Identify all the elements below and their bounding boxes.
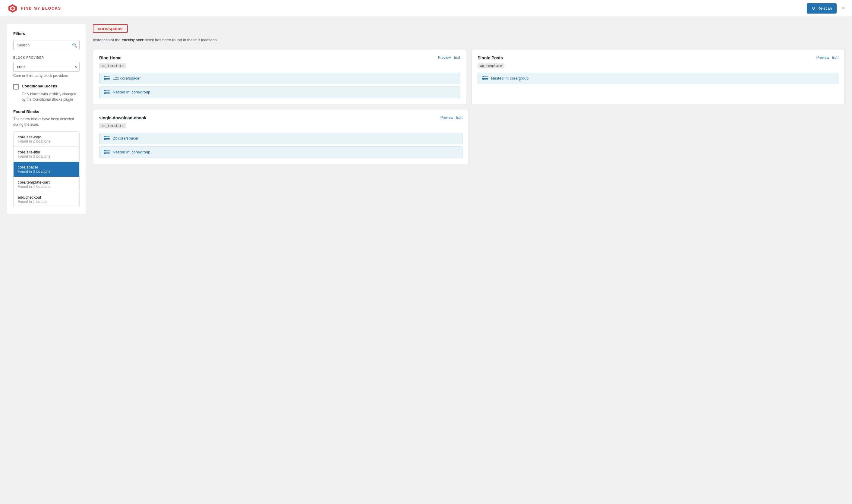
clear-provider-button[interactable]: × (74, 65, 77, 69)
block-result-text: Nested in: core/group (113, 90, 150, 94)
menu-icon[interactable]: ≡ (841, 5, 845, 12)
conditional-blocks-hint: Only blocks with visibility changed by t… (22, 91, 79, 102)
desc-prefix: Instances of the (93, 38, 121, 42)
block-list-item[interactable]: core/site-logo Found in 2 locations (14, 132, 79, 147)
block-item-name: core/site-title (18, 150, 75, 154)
block-list-item[interactable]: core/spacer Found in 3 locations (14, 162, 79, 177)
provider-input-wrap: × (13, 62, 79, 72)
svg-rect-20 (483, 78, 484, 79)
block-result-text: 12x core/spacer (113, 76, 141, 80)
svg-rect-7 (104, 76, 106, 77)
provider-hint: Core or third-party block providers (13, 74, 79, 78)
location-badge: wp_template (477, 63, 504, 68)
location-name: Single Posts (477, 55, 503, 60)
found-blocks-hint: The below blocks have been detected duri… (13, 116, 79, 127)
location-card-header: Blog Home Preview Edit (99, 55, 460, 60)
location-name: single-download-ebook (99, 115, 146, 120)
location-actions: Preview Edit (440, 115, 463, 120)
location-card-bottom: single-download-ebook Preview Edit wp_te… (93, 109, 469, 164)
block-result-icon (104, 150, 110, 155)
svg-rect-14 (104, 92, 106, 92)
block-title-badge: core/spacer (93, 24, 128, 33)
edit-link[interactable]: Edit (832, 55, 838, 60)
location-card: Blog Home Preview Edit wp_template 12x c (93, 49, 466, 104)
svg-rect-26 (104, 138, 106, 139)
filters-title: Filters (13, 31, 79, 36)
location-name: Blog Home (99, 55, 122, 60)
block-item-count: Found in 3 locations (18, 154, 75, 159)
app-title: FIND MY BLOCKS (21, 6, 61, 11)
conditional-blocks-checkbox[interactable] (13, 84, 19, 90)
block-item-count: Found in 1 location (18, 200, 75, 204)
block-item-name: edd/checkout (18, 195, 75, 200)
svg-rect-31 (104, 150, 106, 151)
search-icon: 🔍 (72, 43, 77, 48)
block-result-text: Nested in: core/group (113, 150, 150, 154)
block-item-count: Found in 2 locations (18, 139, 75, 143)
location-blocks: Nested in: core/group (477, 73, 838, 84)
provider-input[interactable] (13, 62, 79, 72)
logo-area: FIND MY BLOCKS (7, 3, 61, 14)
edit-link[interactable]: Edit (456, 115, 463, 120)
block-item-count: Found in 4 locations (18, 184, 75, 189)
desc-block: core/spacer (122, 38, 144, 42)
main-content: core/spacer Instances of the core/spacer… (93, 24, 845, 497)
search-wrapper: 🔍 (13, 40, 79, 50)
block-list-item[interactable]: core/template-part Found in 4 locations (14, 177, 79, 192)
svg-rect-25 (104, 136, 106, 137)
svg-rect-19 (483, 76, 484, 77)
block-result-item: Nested in: core/group (477, 73, 838, 84)
edit-link[interactable]: Edit (454, 55, 460, 60)
logo-icon (7, 3, 18, 14)
location-blocks: 12x core/spacer Nested in: core/group (99, 73, 460, 98)
location-card-header: single-download-ebook Preview Edit (99, 115, 463, 120)
block-list: core/site-logo Found in 2 locations core… (13, 131, 79, 207)
app-body: Filters 🔍 BLOCK PROVIDER × Core or third… (0, 17, 852, 504)
svg-rect-13 (104, 90, 106, 91)
sidebar: Filters 🔍 BLOCK PROVIDER × Core or third… (7, 24, 86, 214)
block-item-name: core/spacer (18, 165, 75, 169)
svg-rect-9 (104, 79, 106, 80)
block-result-icon (104, 90, 110, 95)
block-item-name: core/template-part (18, 180, 75, 184)
locations-grid: Blog Home Preview Edit wp_template 12x c (93, 49, 845, 104)
conditional-blocks-label: Conditional Blocks (22, 84, 57, 88)
location-badge: wp_template (99, 63, 126, 68)
location-card-header: Single Posts Preview Edit (477, 55, 838, 60)
rescan-button[interactable]: ↻ Re-scan (807, 3, 837, 14)
location-actions: Preview Edit (816, 55, 838, 60)
preview-link[interactable]: Preview (440, 115, 453, 120)
block-item-count: Found in 3 locations (18, 169, 75, 174)
rescan-label: Re-scan (817, 6, 832, 11)
svg-rect-32 (104, 151, 106, 152)
search-input[interactable] (13, 40, 79, 50)
location-blocks: 2x core/spacer Nested in: core/group (99, 133, 463, 158)
block-result-text: Nested in: core/group (491, 76, 528, 80)
block-provider-label: BLOCK PROVIDER (13, 56, 79, 59)
found-blocks-title: Found Blocks (13, 109, 79, 114)
preview-link[interactable]: Preview (816, 55, 829, 60)
header-right: ↻ Re-scan ≡ (807, 3, 845, 14)
location-badge: wp_template (99, 123, 126, 128)
svg-rect-33 (104, 153, 106, 154)
rescan-icon: ↻ (812, 6, 816, 11)
block-result-item: Nested in: core/group (99, 146, 463, 158)
block-result-item: Nested in: core/group (99, 87, 460, 98)
block-item-name: core/site-logo (18, 135, 75, 139)
block-result-text: 2x core/spacer (113, 136, 139, 141)
search-button[interactable]: 🔍 (72, 43, 77, 48)
preview-link[interactable]: Preview (438, 55, 451, 60)
block-result-icon (104, 76, 110, 81)
location-actions: Preview Edit (438, 55, 460, 60)
locations-bottom: single-download-ebook Preview Edit wp_te… (93, 109, 845, 164)
location-card: Single Posts Preview Edit wp_template Ne (471, 49, 845, 104)
block-list-item[interactable]: edd/checkout Found in 1 location (14, 192, 79, 207)
block-result-icon (482, 76, 488, 81)
block-result-item: 2x core/spacer (99, 133, 463, 144)
conditional-blocks-wrap: Conditional Blocks (13, 84, 79, 90)
svg-rect-21 (483, 79, 484, 80)
block-result-icon (104, 136, 110, 141)
block-list-item[interactable]: core/site-title Found in 3 locations (14, 147, 79, 162)
svg-rect-27 (104, 139, 106, 140)
svg-rect-8 (104, 78, 106, 79)
